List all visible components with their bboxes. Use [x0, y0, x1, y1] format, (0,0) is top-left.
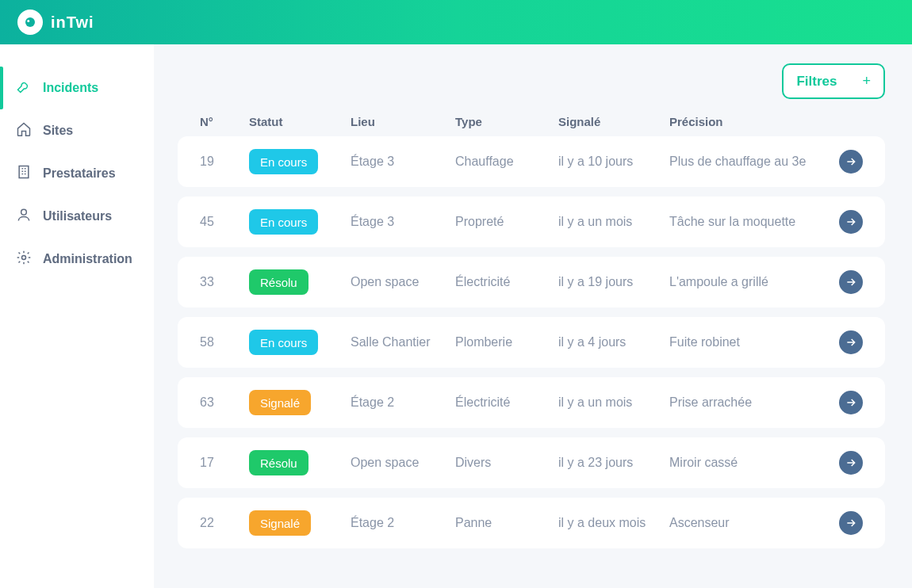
arrow-right-icon	[845, 276, 857, 288]
filters-button[interactable]: Filtres +	[782, 63, 885, 99]
cell-precision: Fuite robinet	[669, 335, 818, 349]
cell-lieu: Étage 3	[351, 155, 455, 169]
svg-point-1	[27, 20, 29, 22]
cell-type: Chauffage	[455, 155, 558, 169]
cell-signale: il y a 10 jours	[558, 155, 669, 169]
cell-lieu: Étage 3	[351, 215, 455, 229]
col-header-statut: Statut	[249, 115, 351, 128]
cell-num: 17	[200, 456, 249, 470]
table-body: 19En coursÉtage 3Chauffageil y a 10 jour…	[178, 136, 885, 548]
col-header-signale: Signalé	[558, 115, 669, 128]
table-row[interactable]: 22SignaléÉtage 2Panneil y a deux moisAsc…	[178, 498, 885, 548]
table-row[interactable]: 45En coursÉtage 3Propretéil y a un moisT…	[178, 197, 885, 247]
svg-rect-2	[19, 166, 29, 178]
col-header-type: Type	[455, 115, 558, 128]
cell-num: 19	[200, 155, 249, 169]
cell-signale: il y a 19 jours	[558, 275, 669, 289]
brand-logo[interactable]: inTwi	[17, 10, 94, 35]
status-badge: En cours	[249, 330, 318, 355]
cell-num: 45	[200, 215, 249, 229]
cell-lieu: Open space	[351, 275, 455, 289]
cell-lieu: Salle Chantier	[351, 335, 455, 349]
cell-signale: il y a un mois	[558, 215, 669, 229]
col-header-num: N°	[200, 115, 249, 128]
table-row[interactable]: 63SignaléÉtage 2Électricitéil y a un moi…	[178, 377, 885, 428]
sidebar-item-incidents[interactable]: Incidents	[0, 67, 154, 109]
cell-type: Panne	[455, 516, 558, 530]
cell-signale: il y a 4 jours	[558, 335, 669, 349]
sidebar-item-sites[interactable]: Sites	[0, 109, 154, 152]
table-row[interactable]: 19En coursÉtage 3Chauffageil y a 10 jour…	[178, 136, 885, 187]
app-header: inTwi	[0, 0, 912, 44]
arrow-right-icon	[845, 456, 857, 469]
cell-precision: Plus de chauffage au 3e	[669, 155, 818, 169]
arrow-right-icon	[845, 336, 857, 349]
cell-signale: il y a un mois	[558, 395, 669, 410]
open-row-button[interactable]	[839, 150, 863, 174]
filters-label: Filtres	[796, 74, 837, 90]
main-content: Filtres + N° Statut Lieu Type Signalé Pr…	[154, 44, 912, 588]
open-row-button[interactable]	[839, 210, 863, 234]
sidebar-item-label: Administration	[43, 252, 132, 266]
sidebar-item-administration[interactable]: Administration	[0, 238, 154, 281]
svg-point-0	[25, 17, 35, 27]
arrow-right-icon	[845, 216, 857, 228]
cell-type: Propreté	[455, 215, 558, 229]
col-header-lieu: Lieu	[351, 115, 455, 128]
status-badge: En cours	[249, 209, 318, 235]
cell-lieu: Étage 2	[351, 516, 455, 530]
cell-type: Électricité	[455, 275, 558, 289]
status-badge: Résolu	[249, 450, 308, 475]
status-badge: Résolu	[249, 269, 308, 295]
home-icon	[16, 121, 32, 140]
svg-point-3	[21, 209, 27, 215]
cell-lieu: Open space	[351, 456, 455, 470]
cell-num: 22	[200, 516, 249, 530]
arrow-right-icon	[845, 396, 857, 409]
table-row[interactable]: 58En coursSalle ChantierPlomberieil y a …	[178, 317, 885, 368]
cell-type: Divers	[455, 456, 558, 470]
arrow-right-icon	[845, 155, 857, 168]
open-row-button[interactable]	[839, 451, 863, 475]
table-row[interactable]: 17RésoluOpen spaceDiversil y a 23 joursM…	[178, 437, 885, 488]
brand-name: inTwi	[51, 13, 94, 32]
sidebar-item-label: Prestataires	[43, 166, 116, 181]
cell-lieu: Étage 2	[351, 395, 455, 410]
cell-num: 58	[200, 335, 249, 349]
sidebar-item-utilisateurs[interactable]: Utilisateurs	[0, 195, 154, 238]
svg-point-4	[22, 256, 26, 260]
cell-num: 33	[200, 275, 249, 289]
gear-icon	[16, 250, 32, 269]
toolbar: Filtres +	[178, 63, 885, 99]
wrench-icon	[16, 78, 32, 97]
cell-num: 63	[200, 395, 249, 410]
cell-type: Électricité	[455, 395, 558, 410]
plus-icon: +	[862, 73, 871, 90]
sidebar-item-label: Incidents	[43, 81, 98, 95]
sidebar-item-prestataires[interactable]: Prestataires	[0, 152, 154, 195]
col-header-precision: Précision	[669, 115, 818, 128]
cell-type: Plomberie	[455, 335, 558, 349]
cell-signale: il y a 23 jours	[558, 456, 669, 470]
open-row-button[interactable]	[839, 330, 863, 354]
arrow-right-icon	[845, 517, 857, 529]
table-header: N° Statut Lieu Type Signalé Précision	[178, 115, 885, 128]
table-row[interactable]: 33RésoluOpen spaceÉlectricitéil y a 19 j…	[178, 257, 885, 307]
cell-precision: Prise arrachée	[669, 395, 818, 410]
open-row-button[interactable]	[839, 270, 863, 294]
user-icon	[16, 207, 32, 226]
logo-mark-icon	[17, 10, 43, 35]
open-row-button[interactable]	[839, 511, 863, 535]
sidebar-item-label: Utilisateurs	[43, 209, 112, 223]
cell-precision: L'ampoule a grillé	[669, 275, 818, 289]
cell-precision: Miroir cassé	[669, 456, 818, 470]
cell-signale: il y a deux mois	[558, 516, 669, 530]
status-badge: En cours	[249, 149, 318, 174]
cell-precision: Tâche sur la moquette	[669, 215, 818, 229]
sidebar: Incidents Sites Prestataires Utilisateur…	[0, 44, 154, 588]
open-row-button[interactable]	[839, 391, 863, 414]
sidebar-item-label: Sites	[43, 124, 73, 138]
status-badge: Signalé	[249, 390, 311, 415]
building-icon	[16, 164, 32, 183]
cell-precision: Ascenseur	[669, 516, 818, 530]
